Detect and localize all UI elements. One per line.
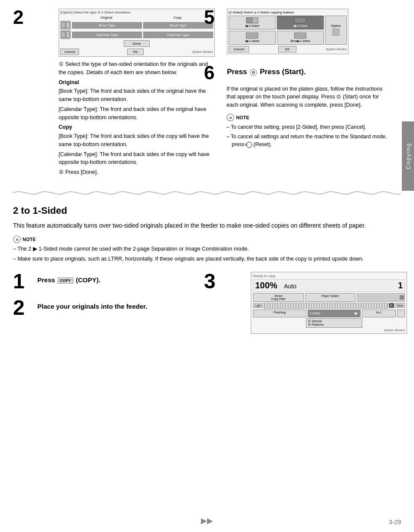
step3-checkbox[interactable] [397, 310, 405, 317]
bottom-step3-number: 3 [204, 272, 225, 290]
bottom-step2-number: 2 [13, 298, 34, 317]
step2-cancel-button[interactable]: Cancel [60, 49, 79, 55]
step6-block: 6 Press ⊙ Press (Start). If the original… [204, 64, 391, 148]
step5-book2sided-btn[interactable]: Book▶2-Sided [290, 39, 310, 43]
step3-auto: Auto [284, 283, 296, 290]
step2-ok-button[interactable]: OK [127, 49, 144, 55]
step5-sys-monitor: System Monitor [325, 48, 347, 51]
step3-special-features-btn[interactable]: ⊟ Special⊟ Features [306, 318, 362, 328]
step2-screen-title: [Option] Select the type of 2-Sided orie… [60, 10, 213, 14]
bottom-step1-number: 1 [13, 272, 34, 290]
step3-dark-btn[interactable]: Dark [395, 303, 405, 308]
step2-col-original: Original [71, 16, 142, 20]
step3-a-btn[interactable]: A [389, 303, 394, 308]
svg-rect-7 [246, 18, 252, 23]
step2-content: ① Select the type of two-sided orientati… [59, 60, 215, 176]
step3-finishing-btn[interactable]: Finishing [253, 310, 306, 317]
bottom-step1-label: Press COPY (COPY). [37, 276, 100, 284]
section-heading: 2 to 1-Sided [13, 205, 401, 216]
step2-copy-book-desc: [Book Type]: The front and back sides of… [59, 132, 215, 149]
step2-icon-calendar [60, 30, 71, 39]
step2-calendar-type-copy[interactable]: Calendar Type [143, 32, 213, 38]
step3-paper-select-btn[interactable]: Paper Select [305, 293, 356, 302]
step5-1to2-btn[interactable]: 1▶2-Sided [245, 24, 259, 28]
step6-title: Press ⊙ Press (Start). [227, 68, 391, 76]
step5-number: 5 [204, 9, 225, 26]
svg-rect-2 [66, 22, 69, 28]
step2-book-type-copy[interactable]: Book Type [143, 22, 213, 29]
step2-book-type-original[interactable]: Book Type [72, 22, 142, 29]
step2-book-type-desc: [Book Type]: The front and back sides of… [59, 87, 215, 104]
step5-option-btn[interactable]: Option [331, 24, 341, 28]
step5-ok-btn[interactable]: OK [278, 46, 296, 52]
section-note-block: NOTE The 2 ▶ 1-Sided mode cannot be used… [13, 235, 401, 263]
step3-to1-btn[interactable]: to·1 [362, 310, 396, 317]
step3-sys-monitor: System Monitor [253, 329, 405, 332]
step6-note: NOTE To cancel this setting, press [2-Si… [227, 114, 391, 148]
wave-divider [13, 189, 401, 197]
step5-2to1-btn[interactable]: 2▶1-Sided [245, 39, 259, 43]
step2-press-done: ② Press [Done]. [59, 168, 215, 176]
section-note-2: Make sure to place originals, such as LT… [13, 255, 401, 263]
step2-done-button[interactable]: Done [124, 40, 150, 47]
step2-original-label: Original [59, 78, 215, 87]
arrows-footer: ▶▶ [201, 516, 213, 525]
bottom-step2-label: Place your originals into the feeder. [37, 303, 147, 310]
step6-number: 6 [204, 64, 225, 82]
step2-calendar-type-original[interactable]: Calendar Type [72, 32, 142, 38]
section-note-icon [13, 235, 21, 243]
section-note-1: The 2 ▶ 1-Sided mode cannot be used with… [13, 245, 401, 253]
step2-icon-book [60, 21, 71, 29]
step2-number: 2 [13, 9, 34, 26]
step5-cancel-btn[interactable]: Cancel [229, 46, 249, 52]
step3-light-btn[interactable]: Light [253, 303, 263, 308]
section-note-header: NOTE [23, 237, 36, 242]
step6-note-2: To cancel all settings and return the ma… [227, 133, 391, 148]
svg-rect-8 [253, 18, 258, 23]
step2-copy-label: Copy [59, 123, 215, 131]
step3-direct-btn[interactable]: DirectCopy Path [253, 293, 304, 302]
page-number: 3-29 [389, 519, 401, 525]
step6-note-1: To cancel this setting, press [2-Sided],… [227, 123, 391, 131]
step6-content: If the original is placed on the platen … [227, 85, 391, 109]
start-icon: ⊙ [250, 69, 257, 76]
step3-percent: 100% [255, 281, 277, 290]
step3-count: 1 [398, 281, 403, 290]
reset-symbol: ⊙ [246, 142, 252, 148]
step5-screen-title: [2-Sided] Select a 2-Sided copying featu… [229, 10, 347, 14]
step5-screen: [2-Sided] Select a 2-Sided copying featu… [227, 9, 348, 54]
step2-calendar-type-desc: [Calendar Type]: The front and back side… [59, 105, 215, 122]
step2-copy-calendar-desc: [Calendar Type]: The front and back side… [59, 150, 215, 167]
step2-col-copy: Copy [142, 16, 213, 20]
copy-button[interactable]: COPY [58, 277, 73, 284]
step5-2to2-btn[interactable]: 2▶2-Sided [293, 24, 307, 28]
section-intro: This feature automatically turns over tw… [13, 221, 401, 230]
step3-screen-header: Ready to copy. [253, 274, 405, 278]
note-pencil-icon [227, 114, 234, 121]
step2-screen: [Option] Select the type of 2-Sided orie… [59, 9, 215, 57]
circle-1: ① [59, 61, 65, 67]
step3-2sided-btn[interactable]: 2-Sided [308, 310, 361, 317]
step3-screen: Ready to copy. 100% Auto 1 DirectCopy Pa… [251, 272, 407, 334]
